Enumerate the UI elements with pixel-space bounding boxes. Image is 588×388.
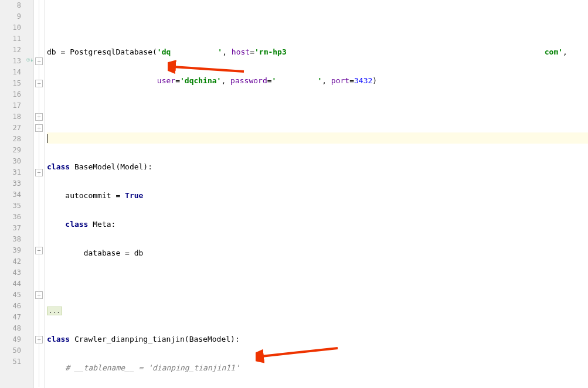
line-number: 38 bbox=[2, 234, 21, 245]
line-number: 29 bbox=[2, 145, 21, 156]
line-number: 28 bbox=[2, 134, 21, 145]
code-editor[interactable]: 8 9 10 11 12 13 14 15 16 17 18 27 28 29 … bbox=[0, 0, 588, 388]
fold-guide bbox=[39, 0, 39, 387]
line-number: 15 bbox=[2, 78, 21, 89]
code-line[interactable]: # __tablename__ = 'dianping_tianjin11' bbox=[47, 362, 588, 373]
line-number: 47 bbox=[2, 312, 21, 323]
code-line[interactable]: autocommit = True bbox=[47, 190, 588, 201]
line-number: 37 bbox=[2, 223, 21, 234]
code-line[interactable]: db = PostgresqlDatabase('dq', host='rm-h… bbox=[47, 46, 588, 57]
redacted-text bbox=[276, 77, 317, 86]
line-number: 45 bbox=[2, 290, 21, 301]
line-number: 39 bbox=[2, 245, 21, 256]
line-number: 44 bbox=[2, 278, 21, 290]
code-line[interactable] bbox=[47, 18, 588, 29]
line-number: 9 bbox=[2, 11, 21, 22]
line-number: 48 bbox=[2, 323, 21, 334]
code-line[interactable]: database = db bbox=[47, 247, 588, 258]
line-number: 43 bbox=[2, 267, 21, 278]
line-number: 13 bbox=[2, 56, 21, 67]
code-line-current[interactable] bbox=[47, 132, 588, 144]
svg-line-3 bbox=[261, 348, 338, 356]
redacted-text bbox=[171, 49, 217, 57]
code-line[interactable]: ... bbox=[47, 305, 588, 316]
svg-line-1 bbox=[174, 67, 244, 72]
code-line[interactable] bbox=[47, 276, 588, 287]
code-line[interactable]: class BaseModel(Model): bbox=[47, 161, 588, 172]
line-number: 31 bbox=[2, 167, 21, 178]
line-number: 11 bbox=[2, 33, 21, 45]
code-area[interactable]: db = PostgresqlDatabase('dq', host='rm-h… bbox=[45, 0, 588, 388]
line-number: 16 bbox=[2, 89, 21, 100]
line-number: 36 bbox=[2, 212, 21, 223]
line-number: 10 bbox=[2, 22, 21, 33]
line-number: 35 bbox=[2, 200, 21, 212]
code-line[interactable]: class Crawler_dianping_tianjin(BaseModel… bbox=[47, 333, 588, 345]
code-line[interactable]: user='dqchina', password='', port=3432) bbox=[47, 75, 588, 86]
line-number: 51 bbox=[2, 356, 21, 367]
line-number: 42 bbox=[2, 256, 21, 267]
annotation-arrow-icon bbox=[168, 59, 250, 76]
gutter-icon-column: ☉↓ bbox=[26, 0, 34, 388]
fold-ellipsis[interactable]: ... bbox=[47, 307, 62, 315]
redacted-text bbox=[287, 49, 545, 57]
line-number: 17 bbox=[2, 100, 21, 111]
line-number-gutter: 8 9 10 11 12 13 14 15 16 17 18 27 28 29 … bbox=[0, 0, 26, 388]
line-number: 14 bbox=[2, 67, 21, 78]
line-number: 33 bbox=[2, 178, 21, 189]
line-number: 46 bbox=[2, 301, 21, 312]
fold-column: − − + − + + + − bbox=[34, 0, 45, 388]
line-number: 50 bbox=[2, 345, 21, 356]
line-number: 49 bbox=[2, 334, 21, 345]
line-number: 30 bbox=[2, 156, 21, 167]
line-number: 12 bbox=[2, 45, 21, 56]
line-number: 34 bbox=[2, 189, 21, 200]
line-number: 18 bbox=[2, 111, 21, 122]
line-number: 8 bbox=[2, 0, 21, 11]
annotation-arrow-icon bbox=[256, 346, 344, 363]
code-line[interactable] bbox=[47, 104, 588, 115]
line-number: 27 bbox=[2, 122, 21, 134]
override-icon: ☉↓ bbox=[26, 56, 34, 63]
code-line[interactable]: class Meta: bbox=[47, 219, 588, 230]
text-caret bbox=[47, 134, 47, 143]
